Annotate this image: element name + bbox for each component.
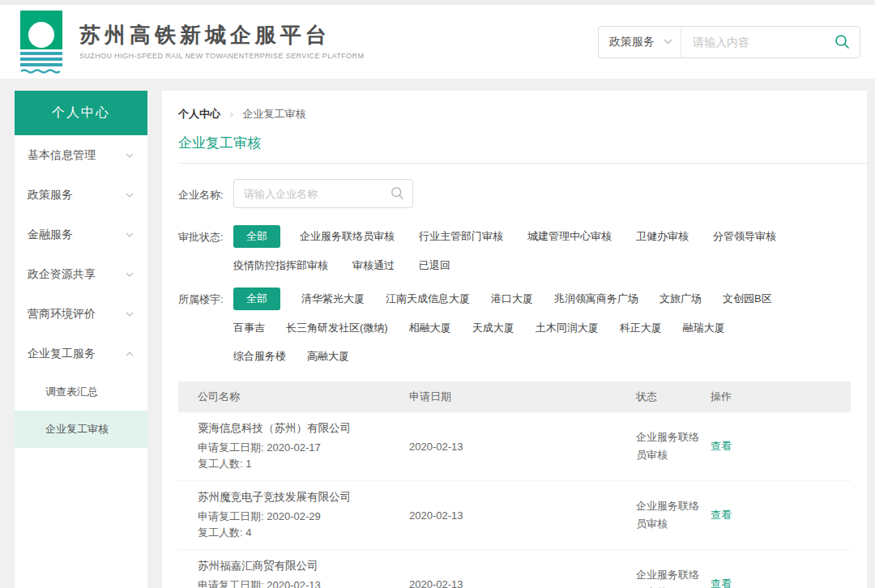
resume-date: 申请复工日期: 2020-02-17 <box>198 440 409 456</box>
building-option[interactable]: 相融大厦 <box>409 321 451 335</box>
chevron-down-icon <box>126 272 134 277</box>
chevron-down-icon <box>664 39 672 45</box>
col-header-status: 状态 <box>636 390 711 404</box>
building-option[interactable]: 融瑞大厦 <box>683 321 725 335</box>
sidebar-item-finance-service[interactable]: 金融服务 <box>15 215 147 254</box>
building-option[interactable]: 综合服务楼 <box>233 349 286 364</box>
sidebar-item-gov-enterprise-resources[interactable]: 政企资源共享 <box>15 254 147 294</box>
status-option[interactable]: 城建管理中心审核 <box>527 229 612 244</box>
breadcrumb-root[interactable]: 个人中心 <box>178 108 220 120</box>
platform-title: 苏州高铁新城企服平台 <box>79 23 364 48</box>
col-header-apply-date: 申请日期 <box>409 390 636 404</box>
building-option[interactable]: 百事吉 <box>233 321 265 335</box>
status-option[interactable]: 审核通过 <box>352 258 395 273</box>
breadcrumb: 个人中心 › 企业复工审核 <box>178 107 851 121</box>
breadcrumb-current: 企业复工审核 <box>243 108 306 120</box>
building-filter: 所属楼宇: 全部 清华紫光大厦 江南天成信息大厦 港口大厦 兆润领寓商务广场 文… <box>178 288 851 374</box>
approval-status-label: 审批状态: <box>178 225 233 283</box>
platform-logo <box>15 11 68 74</box>
building-option[interactable]: 长三角研发社区(微纳) <box>286 321 388 335</box>
table-row: 苏州福嘉汇商贸有限公司 申请复工日期: 2020-02-13 复工人数: 1 2… <box>178 550 851 588</box>
logo-sun-icon <box>20 11 62 49</box>
view-link[interactable]: 查看 <box>711 509 732 521</box>
resume-people: 复工人数: 4 <box>198 525 409 541</box>
company-name-input[interactable] <box>233 179 413 208</box>
building-option[interactable]: 江南天成信息大厦 <box>386 292 470 306</box>
status-text: 企业服务联络员审核 <box>636 428 699 464</box>
page-body: 个人中心 基本信息管理 政策服务 金融服务 政企资源共享 营商环境评价 企业复工… <box>0 79 875 588</box>
page-title: 企业复工审核 <box>178 134 851 152</box>
table-row: 粟海信息科技（苏州）有限公司 申请复工日期: 2020-02-17 复工人数: … <box>178 412 851 481</box>
search-category-value: 政策服务 <box>609 35 655 49</box>
header-search: 政策服务 <box>598 26 860 58</box>
search-icon[interactable] <box>834 34 850 49</box>
sidebar-item-policy-service[interactable]: 政策服务 <box>15 175 147 215</box>
resume-people: 复工人数: 1 <box>198 456 409 472</box>
status-text: 企业服务联络员审核 <box>636 497 699 533</box>
sidebar-subitem-survey-summary[interactable]: 调查表汇总 <box>15 373 147 411</box>
company-name-label: 企业名称: <box>178 179 233 208</box>
header-search-input[interactable] <box>681 36 834 49</box>
building-option[interactable]: 高融大厦 <box>307 349 349 364</box>
main-panel: 个人中心 › 企业复工审核 企业复工审核 企业名称: 审批状态: 全部 企业服务… <box>162 91 867 588</box>
col-header-company: 公司名称 <box>178 390 409 404</box>
building-label: 所属楼宇: <box>178 288 233 374</box>
review-table: 公司名称 申请日期 状态 操作 粟海信息科技（苏州）有限公司 申请复工日期: 2… <box>178 381 851 588</box>
apply-date: 2020-02-13 <box>409 441 636 453</box>
company-name: 苏州福嘉汇商贸有限公司 <box>198 559 409 573</box>
chevron-up-icon <box>126 352 134 356</box>
view-link[interactable]: 查看 <box>711 577 732 588</box>
chevron-down-icon <box>126 153 134 158</box>
platform-subtitle: SUZHOU HIGH-SPEED RAIL NEW TOWANENTERPRI… <box>79 52 364 60</box>
app-header: 苏州高铁新城企服平台 SUZHOU HIGH-SPEED RAIL NEW TO… <box>0 5 875 79</box>
building-option[interactable]: 科正大厦 <box>620 321 662 335</box>
building-option[interactable]: 文旅广场 <box>659 292 702 306</box>
resume-date: 申请复工日期: 2020-02-29 <box>198 509 409 525</box>
status-option[interactable]: 分管领导审核 <box>713 229 776 244</box>
approval-status-filter: 审批状态: 全部 企业服务联络员审核 行业主管部门审核 城建管理中心审核 卫健办… <box>178 225 851 283</box>
table-row: 苏州魔竞电子竞技发展有限公司 申请复工日期: 2020-02-29 复工人数: … <box>178 481 851 550</box>
chevron-down-icon <box>126 232 134 237</box>
status-option[interactable]: 企业服务联络员审核 <box>300 229 395 244</box>
chevron-down-icon <box>126 312 134 317</box>
status-option[interactable]: 行业主管部门审核 <box>419 229 503 244</box>
chevron-down-icon <box>126 193 134 198</box>
sidebar-item-resume-work-service[interactable]: 企业复工服务 <box>15 334 147 373</box>
apply-date: 2020-02-13 <box>409 578 636 588</box>
status-option-all[interactable]: 全部 <box>233 225 280 248</box>
sidebar-header-personal-center[interactable]: 个人中心 <box>15 91 147 135</box>
search-icon[interactable] <box>391 186 404 202</box>
status-option[interactable]: 卫健办审核 <box>636 229 689 244</box>
building-option[interactable]: 港口大厦 <box>491 292 533 306</box>
building-option[interactable]: 土木同润大厦 <box>536 321 599 335</box>
building-option[interactable]: 兆润领寓商务广场 <box>554 292 638 306</box>
company-name-filter: 企业名称: <box>178 179 851 208</box>
apply-date: 2020-02-13 <box>409 509 636 522</box>
building-option[interactable]: 文创园B区 <box>723 292 772 306</box>
sidebar-item-business-environment[interactable]: 营商环境评价 <box>15 294 147 334</box>
sidebar-subitem-resume-work-review[interactable]: 企业复工审核 <box>15 411 147 448</box>
breadcrumb-separator: › <box>230 108 233 120</box>
company-name: 苏州魔竞电子竞技发展有限公司 <box>198 490 409 505</box>
resume-date: 申请复工日期: 2020-02-13 <box>198 577 409 588</box>
status-text: 企业服务联络员审核 <box>636 566 699 588</box>
col-header-action: 操作 <box>711 390 851 404</box>
sidebar: 个人中心 基本信息管理 政策服务 金融服务 政企资源共享 营商环境评价 企业复工… <box>15 91 147 588</box>
building-option-all[interactable]: 全部 <box>233 288 280 310</box>
search-category-select[interactable]: 政策服务 <box>599 27 681 58</box>
status-option[interactable]: 已退回 <box>419 258 450 273</box>
title-divider <box>178 163 867 164</box>
building-option[interactable]: 天成大厦 <box>472 321 514 335</box>
company-name: 粟海信息科技（苏州）有限公司 <box>198 421 409 436</box>
view-link[interactable]: 查看 <box>711 440 732 452</box>
logo-waves-icon <box>20 52 62 74</box>
table-header-row: 公司名称 申请日期 状态 操作 <box>178 381 851 412</box>
sidebar-item-basic-info[interactable]: 基本信息管理 <box>15 135 147 175</box>
building-option[interactable]: 清华紫光大厦 <box>301 292 365 306</box>
status-option[interactable]: 疫情防控指挥部审核 <box>233 258 328 273</box>
